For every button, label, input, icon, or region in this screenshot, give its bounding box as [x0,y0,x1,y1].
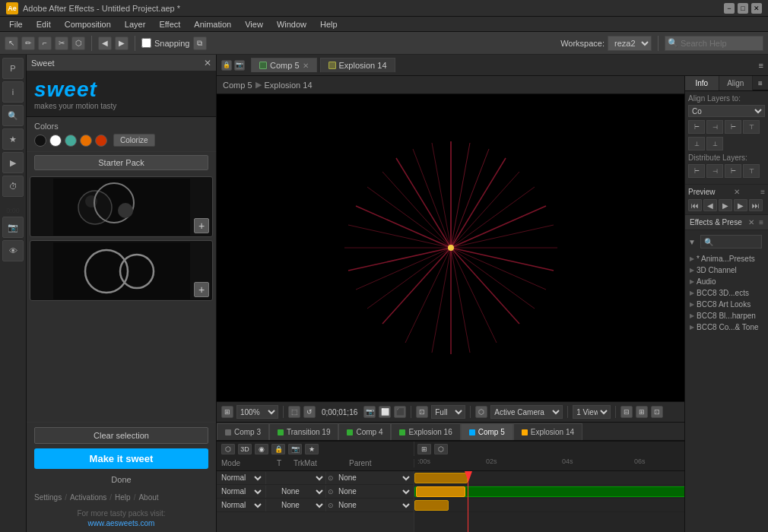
sidebar-eye[interactable]: 👁 [2,240,24,261]
track-block-3-1[interactable] [414,500,449,511]
comp-header-menu[interactable]: ≡ [759,61,763,70]
comp-tab-explosion14[interactable]: Explosion 14 [320,58,395,72]
menu-effect[interactable]: Effect [153,18,186,30]
vc-view-select[interactable]: 1 View [573,405,611,419]
dist-top[interactable]: ⊤ [743,164,760,178]
dist-left[interactable]: ⊢ [688,164,705,178]
snapping-icon[interactable]: ⧉ [193,36,207,50]
preset-2-add-btn[interactable]: + [194,282,209,297]
tl-tab-comp5[interactable]: Comp 5 [461,423,513,440]
sidebar-project[interactable]: P [2,58,24,79]
tool-brush[interactable]: ⌐ [38,36,52,50]
tool-clone[interactable]: ✂ [55,36,68,50]
tool-prev-keyframe[interactable]: ◀ [98,36,112,50]
tool-next-keyframe[interactable]: ▶ [115,36,129,50]
effect-cat-bcc8-art[interactable]: ▶ BCC8 Art Looks [685,299,768,310]
comp-lock-icon[interactable]: 🔒 [221,60,232,71]
effects-search-input[interactable] [700,235,762,249]
snapping-checkbox[interactable] [141,38,151,48]
breadcrumb-comp5[interactable]: Comp 5 [223,81,252,90]
layer-3-trkmat-select[interactable]: None [278,499,325,511]
tl-tab-transition19[interactable]: Transition 19 [269,423,338,440]
sidebar-effects[interactable]: ★ [2,128,24,150]
comp5-tab-close[interactable]: ✕ [303,62,309,70]
swatch-red[interactable] [95,135,107,147]
tl-icon-lock[interactable]: 🔒 [271,444,285,454]
sidebar-render[interactable]: ▶ [2,152,24,173]
swatch-green[interactable] [65,135,77,147]
vc-mode2-icon[interactable]: ⊞ [636,406,648,418]
menu-animation[interactable]: Animation [188,18,237,30]
clear-selection-button[interactable]: Clear selection [34,427,208,444]
align-center-v[interactable]: ⊥ [688,137,705,150]
vc-grid2-icon[interactable]: ⊡ [416,406,428,418]
about-link[interactable]: About [138,493,158,502]
effect-cat-bcc8-bl[interactable]: ▶ BCC8 Bl...harpen [685,310,768,321]
preset-1-add-btn[interactable]: + [194,218,209,233]
effects-menu[interactable]: ≡ [759,218,763,226]
menu-file[interactable]: File [3,18,29,30]
effect-cat-bcc8-3d[interactable]: ▶ BCC8 3D...ects [685,287,768,299]
prev-play[interactable]: ▶ [719,199,732,211]
search-input[interactable] [665,36,763,51]
sweet-panel-close[interactable]: ✕ [204,58,211,68]
tl-tab-explosion16[interactable]: Explosion 16 [391,423,460,440]
menu-help[interactable]: Help [314,18,344,30]
prev-last[interactable]: ⏭ [749,199,763,211]
menu-edit[interactable]: Edit [30,18,57,30]
tl-tab-explosion14[interactable]: Explosion 14 [513,423,582,440]
maximize-button[interactable]: □ [738,3,748,14]
starter-pack-button[interactable]: Starter Pack [34,155,208,170]
sidebar-info[interactable]: i [2,81,24,103]
align-bottom[interactable]: ⊥ [706,137,723,150]
vc-motion-icon[interactable]: ⬡ [475,406,487,418]
effect-cat-anima[interactable]: ▶ * Anima...Presets [685,253,768,264]
menu-view[interactable]: View [239,18,269,30]
sidebar-time[interactable]: ⏱ [2,176,24,197]
tl-icon-effects[interactable]: ★ [305,444,319,454]
minimize-button[interactable]: − [724,3,735,14]
sidebar-camera[interactable]: 📷 [2,217,24,238]
preset-thumb-2[interactable]: + [30,240,213,301]
align-center-h[interactable]: ⊣ [706,120,723,134]
align-to-select[interactable]: Co [688,105,765,117]
tl-icon-camera[interactable]: 📷 [288,444,302,454]
swatch-black[interactable] [34,135,46,147]
menu-window[interactable]: Window [271,18,313,30]
menu-composition[interactable]: Composition [59,18,117,30]
done-button[interactable]: Done [34,473,208,486]
align-right[interactable]: ⊢ [725,120,741,134]
comp-tab-comp5[interactable]: Comp 5 ✕ [251,58,317,72]
tl-track-icon-1[interactable]: ⊞ [417,444,431,454]
layer-3-mode-select[interactable]: Normal [218,499,264,511]
layer-1-trkmat-select[interactable] [278,472,325,484]
vc-zoom-select[interactable]: 100% [236,405,278,419]
workspace-select[interactable]: reza2 [608,36,652,51]
dist-right[interactable]: ⊢ [725,164,741,178]
sweet-website-link[interactable]: www.aesweets.com [27,519,216,532]
vc-camera-select[interactable]: Active Camera [490,405,563,419]
tool-shape[interactable]: ⬡ [71,36,85,50]
prev-back[interactable]: ◀ [703,199,717,211]
effects-close[interactable]: ✕ [748,218,754,226]
tool-select[interactable]: ↖ [5,36,18,50]
align-top[interactable]: ⊤ [743,120,760,134]
comp-camera-icon[interactable]: 📷 [234,60,245,71]
activations-link[interactable]: Activations [70,493,106,502]
layer-2-mode-select[interactable]: Normal [218,486,264,498]
layer-3-parent-select[interactable]: None [335,499,412,511]
effect-cat-audio[interactable]: ▶ Audio [685,276,768,287]
viewer-canvas[interactable] [217,94,684,401]
dist-center-h[interactable]: ⊣ [706,164,723,178]
colorize-button[interactable]: Colorize [113,134,155,147]
effect-cat-3d[interactable]: ▶ 3D Channel [685,264,768,276]
tl-tab-comp3[interactable]: Comp 3 [217,423,269,440]
tool-pen[interactable]: ✏ [21,36,35,50]
rp-tab-align[interactable]: Align [719,76,754,90]
tl-track-icon-2[interactable]: ⬡ [434,444,448,454]
preview-close[interactable]: ✕ [734,188,740,196]
help-link[interactable]: Help [115,493,131,502]
vc-mode1-icon[interactable]: ⊟ [620,406,633,418]
swatch-orange[interactable] [80,135,92,147]
vc-color-icon[interactable]: ⬛ [394,406,406,418]
